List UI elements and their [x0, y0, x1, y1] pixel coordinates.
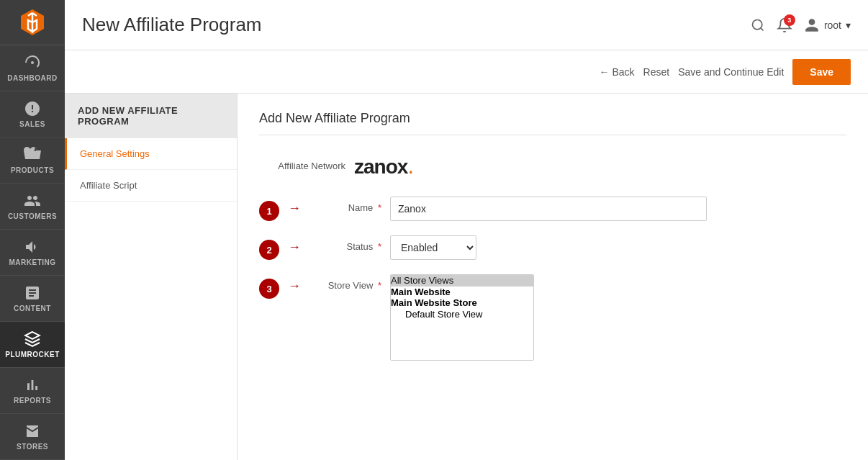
save-button[interactable]: Save — [792, 59, 851, 85]
svg-point-4 — [31, 61, 34, 64]
sidebar-item-plumrocket[interactable]: PLUMROCKET — [0, 322, 65, 368]
page-title: New Affiliate Program — [82, 14, 262, 36]
zanox-logo: zanox. — [354, 153, 414, 179]
required-indicator: * — [375, 202, 381, 213]
field-number-3: 3 — [259, 279, 279, 299]
field-number-2: 2 — [259, 240, 279, 260]
panel-item-general[interactable]: General Settings — [65, 138, 237, 170]
status-select[interactable]: Enabled Disabled — [390, 235, 476, 260]
field-arrow-3: → — [288, 279, 301, 294]
svg-point-5 — [752, 19, 761, 29]
header-actions: 3 root ▾ — [751, 17, 851, 33]
search-icon — [751, 18, 765, 32]
panel-item-script[interactable]: Affiliate Script — [65, 170, 237, 202]
sidebar-item-sales[interactable]: SALES — [0, 91, 65, 137]
sidebar-item-products[interactable]: PRODUCTS — [0, 137, 65, 184]
required-indicator-2: * — [375, 241, 381, 252]
status-field-row: 2 → Status * Enabled Disabled — [259, 235, 846, 260]
main-content: New Affiliate Program 3 root ▾ — [65, 0, 868, 460]
store-view-container: All Store Views Main Website Main Websit… — [390, 274, 534, 361]
store-view-field-row: 3 → Store View * All Store Views Main We… — [259, 274, 846, 361]
name-input[interactable] — [390, 197, 707, 221]
action-bar: ← Back Reset Save and Continue Edit Save — [65, 50, 868, 94]
notification-badge: 3 — [784, 14, 795, 26]
store-view-multiselect[interactable]: All Store Views Main Website Main Websit… — [390, 274, 534, 361]
network-label: Affiliate Network — [259, 161, 345, 171]
field-number-1: 1 — [259, 201, 279, 221]
sidebar: DASHBOARD SALES PRODUCTS CUSTOMERS MARKE… — [0, 0, 65, 460]
sidebar-logo — [0, 0, 65, 45]
store-view-label: Store View * — [309, 274, 381, 291]
left-panel: ADD NEW AFFILIATE PROGRAM General Settin… — [65, 94, 238, 460]
right-panel: Add New Affiliate Program Affiliate Netw… — [238, 94, 868, 460]
field-arrow-1: → — [288, 201, 301, 216]
user-dropdown-icon: ▾ — [846, 19, 851, 31]
sales-icon — [24, 100, 41, 117]
products-icon — [24, 146, 41, 163]
name-field-row: 1 → Name * — [259, 197, 846, 221]
panel-header: ADD NEW AFFILIATE PROGRAM — [65, 94, 237, 138]
content-area: ADD NEW AFFILIATE PROGRAM General Settin… — [65, 94, 868, 460]
content-icon — [24, 284, 41, 302]
sidebar-item-dashboard[interactable]: DASHBOARD — [0, 45, 65, 91]
sidebar-item-marketing[interactable]: MARKETING — [0, 230, 65, 276]
user-icon — [804, 17, 820, 33]
reset-button[interactable]: Reset — [643, 66, 670, 78]
name-label: Name * — [309, 197, 381, 213]
stores-icon — [24, 423, 41, 440]
form-section-title: Add New Affiliate Program — [259, 111, 846, 135]
required-indicator-3: * — [375, 280, 381, 291]
sidebar-item-stores[interactable]: STORES — [0, 414, 65, 460]
sidebar-item-content[interactable]: CONTENT — [0, 276, 65, 322]
marketing-icon — [24, 238, 41, 256]
sidebar-item-customers[interactable]: CUSTOMERS — [0, 184, 65, 230]
field-arrow-2: → — [288, 240, 301, 255]
notification-button[interactable]: 3 — [777, 17, 792, 33]
dashboard-icon — [24, 54, 41, 71]
status-label: Status * — [309, 235, 381, 252]
svg-line-6 — [761, 27, 764, 30]
search-button[interactable] — [751, 18, 765, 32]
top-header: New Affiliate Program 3 root ▾ — [65, 0, 868, 50]
magento-logo-icon — [18, 8, 47, 37]
reports-icon — [24, 376, 41, 394]
customers-icon — [24, 192, 41, 209]
back-arrow-icon: ← — [599, 66, 609, 78]
user-name: root — [824, 19, 841, 31]
user-menu-button[interactable]: root ▾ — [804, 17, 851, 33]
save-continue-button[interactable]: Save and Continue Edit — [678, 66, 784, 78]
back-button[interactable]: ← Back — [599, 66, 634, 78]
plumrocket-icon — [24, 330, 41, 348]
affiliate-network-row: Affiliate Network zanox. — [259, 153, 846, 179]
sidebar-item-reports[interactable]: REPORTS — [0, 368, 65, 414]
